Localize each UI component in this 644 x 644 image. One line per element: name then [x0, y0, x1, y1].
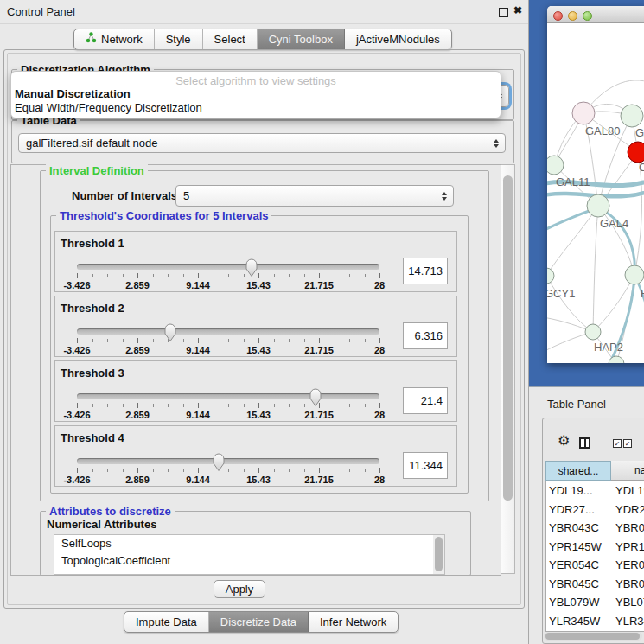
- slider-tick: [168, 404, 169, 407]
- number-of-intervals-select[interactable]: 5: [175, 185, 454, 207]
- slider-thumb[interactable]: [212, 452, 226, 472]
- slider-tick: [289, 339, 290, 342]
- settings-scrollbar-thumb[interactable]: [503, 175, 513, 501]
- slider-track[interactable]: [77, 264, 379, 270]
- attribute-list-item[interactable]: TopologicalCoefficient: [54, 552, 444, 570]
- apply-button[interactable]: Apply: [214, 580, 265, 598]
- minimize-window-button[interactable]: [568, 11, 577, 21]
- table-row[interactable]: YLR345WYLR345W: [545, 612, 644, 631]
- close-window-button[interactable]: [553, 11, 563, 21]
- slider-tick: [123, 274, 124, 277]
- slider-thumb[interactable]: [245, 258, 258, 277]
- slider-tick: [183, 469, 184, 472]
- slider-tick-label: 21.715: [304, 280, 334, 290]
- network-node[interactable]: [547, 268, 554, 284]
- node-label: GA: [635, 126, 644, 139]
- table-row[interactable]: YPR145WYPR145W: [545, 538, 644, 557]
- tab-impute-data[interactable]: Impute Data: [124, 612, 209, 632]
- slider-tick: [198, 468, 199, 473]
- table-row[interactable]: YDR27...YDR27: [545, 501, 644, 520]
- network-view-window: GAL80 GA C GAL11 GAL4 GCY1 H HAP2: [547, 6, 644, 363]
- attributes-scrollbar-thumb[interactable]: [435, 537, 443, 571]
- slider-tick-label: 21.715: [304, 410, 334, 420]
- zoom-window-button[interactable]: [583, 11, 592, 21]
- column-checkbox-icon[interactable]: ✓: [623, 439, 632, 448]
- slider-tick-label: 28: [374, 280, 385, 290]
- tab-network[interactable]: Network: [74, 29, 155, 49]
- threshold-label: Threshold 2: [61, 302, 124, 315]
- tab-infer-network[interactable]: Infer Network: [309, 612, 398, 632]
- table-row[interactable]: YBL079WYBL079W: [545, 593, 644, 612]
- numerical-attributes-list[interactable]: SelfLoopsTopologicalCoefficientBetweenne…: [54, 534, 445, 575]
- threshold-value-input[interactable]: 6.316: [403, 322, 448, 349]
- slider-tick: [349, 469, 350, 472]
- slider-tick: [153, 339, 154, 342]
- network-node[interactable]: [587, 194, 609, 217]
- number-of-intervals-value: 5: [183, 189, 189, 202]
- popup-option-equal-width-frequency[interactable]: Equal Width/Frequency Discretization: [11, 101, 501, 115]
- network-window-titlebar[interactable]: [547, 6, 644, 23]
- attribute-list-item[interactable]: BetweennessCentrality: [54, 570, 444, 575]
- slider-thumb[interactable]: [309, 387, 322, 407]
- threshold-value-input[interactable]: 14.713: [403, 258, 448, 284]
- slider-tick-label: 21.715: [304, 475, 334, 485]
- table-data-select[interactable]: galFiltered.sif default node: [18, 133, 506, 153]
- slider-tick: [379, 468, 380, 473]
- network-node[interactable]: [621, 105, 643, 127]
- attribute-list-item[interactable]: SelfLoops: [54, 535, 444, 552]
- slider-tick: [319, 468, 320, 473]
- control-panel-tabbar: NetworkStyleSelectCyni ToolboxjActiveMNo…: [73, 29, 452, 50]
- column-checkbox-icon[interactable]: ✓: [613, 439, 622, 448]
- slider-track[interactable]: [77, 458, 379, 464]
- slider-tick-label: 2.859: [125, 475, 150, 485]
- network-graph[interactable]: GAL80 GA C GAL11 GAL4 GCY1 H HAP2: [547, 23, 644, 363]
- tab-style[interactable]: Style: [155, 29, 203, 49]
- network-node[interactable]: [625, 265, 644, 284]
- attributes-group-label: Attributes to discretize: [46, 505, 175, 518]
- tab-select[interactable]: Select: [203, 29, 258, 49]
- slider-tick: [349, 274, 350, 277]
- node-label: C: [639, 161, 644, 174]
- float-panel-icon[interactable]: [499, 8, 508, 17]
- cell-name: YDL19: [615, 481, 644, 501]
- cell-name: YBL079W: [615, 593, 644, 612]
- network-node[interactable]: [628, 142, 644, 163]
- close-panel-icon[interactable]: ✖: [513, 4, 522, 16]
- node-label: GAL80: [585, 124, 620, 137]
- column-header-shared-name[interactable]: shared...: [545, 461, 611, 481]
- network-node[interactable]: [572, 102, 595, 124]
- slider-tick: [289, 274, 290, 277]
- table-scrollbar-thumb[interactable]: [545, 633, 640, 640]
- slider-thumb[interactable]: [163, 322, 177, 342]
- threshold-row: Threshold 4-3.4262.8599.14415.4321.71528…: [54, 425, 457, 487]
- slider-tick: [153, 469, 154, 472]
- column-layout-icon[interactable]: [579, 437, 590, 449]
- network-node[interactable]: [547, 156, 564, 175]
- table-row[interactable]: YBR043CYBR043C: [545, 519, 644, 538]
- slider-track[interactable]: [77, 328, 379, 335]
- table-row[interactable]: YBR045CYBR045C: [545, 575, 644, 594]
- threshold-row: Threshold 3-3.4262.8599.14415.4321.71528…: [54, 360, 457, 422]
- table-row[interactable]: YDL19...YDL19: [545, 481, 644, 501]
- slider-tick: [258, 273, 259, 278]
- slider-tick: [77, 468, 78, 473]
- tab-jactivemnodules[interactable]: jActiveMNodules: [345, 29, 451, 49]
- slider-tick: [228, 404, 229, 407]
- threshold-value-input[interactable]: 21.4: [403, 387, 448, 414]
- threshold-row: Threshold 2-3.4262.8599.14415.4321.71528…: [54, 296, 457, 357]
- table-row[interactable]: YER054CYER054C: [545, 556, 644, 575]
- column-header-name[interactable]: name: [611, 461, 644, 481]
- slider-tick: [349, 404, 350, 407]
- slider-tick: [168, 469, 169, 472]
- slider-tick-label: 15.43: [246, 410, 271, 420]
- tab-cyni-toolbox[interactable]: Cyni Toolbox: [258, 29, 345, 49]
- network-node[interactable]: [585, 324, 601, 340]
- tab-discretize-data[interactable]: Discretize Data: [209, 612, 309, 632]
- slider-track[interactable]: [77, 393, 379, 399]
- slider-tick: [153, 274, 154, 277]
- threshold-value-input[interactable]: 11.344: [403, 452, 448, 479]
- table-settings-gear-icon[interactable]: ⚙: [558, 434, 570, 448]
- node-label: GCY1: [547, 287, 575, 300]
- slider-tick: [365, 404, 366, 407]
- popup-option-manual-discretization[interactable]: Manual Discretization: [11, 87, 501, 101]
